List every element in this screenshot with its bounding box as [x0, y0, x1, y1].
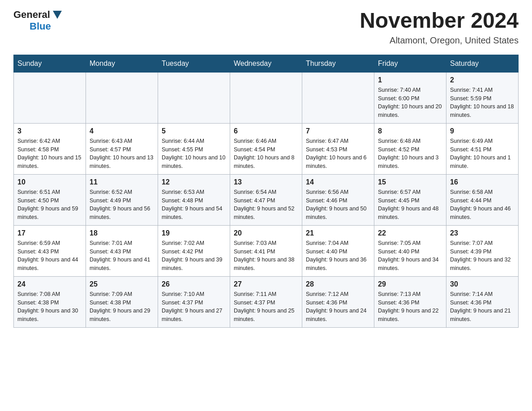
- calendar-cell: 4Sunrise: 6:43 AMSunset: 4:57 PMDaylight…: [86, 123, 158, 174]
- calendar-cell: 6Sunrise: 6:46 AMSunset: 4:54 PMDaylight…: [230, 123, 302, 174]
- logo: General Blue: [13, 9, 62, 32]
- calendar-cell: 18Sunrise: 7:01 AMSunset: 4:43 PMDayligh…: [86, 225, 158, 276]
- day-number: 30: [450, 280, 515, 288]
- calendar-cell: 15Sunrise: 6:57 AMSunset: 4:45 PMDayligh…: [374, 174, 446, 225]
- calendar-cell: [302, 72, 374, 123]
- day-number: 9: [450, 127, 515, 135]
- calendar-cell: 21Sunrise: 7:04 AMSunset: 4:40 PMDayligh…: [302, 225, 374, 276]
- day-number: 26: [162, 280, 226, 288]
- day-info: Sunrise: 6:58 AMSunset: 4:44 PMDaylight:…: [450, 188, 515, 222]
- calendar-cell: 26Sunrise: 7:10 AMSunset: 4:37 PMDayligh…: [158, 276, 230, 327]
- calendar-cell: 29Sunrise: 7:13 AMSunset: 4:36 PMDayligh…: [374, 276, 446, 327]
- calendar-cell: [86, 72, 158, 123]
- day-info: Sunrise: 6:52 AMSunset: 4:49 PMDaylight:…: [90, 188, 154, 222]
- calendar-table: SundayMondayTuesdayWednesdayThursdayFrid…: [13, 55, 519, 328]
- weekday-header: Monday: [86, 55, 158, 72]
- calendar-cell: [14, 72, 86, 123]
- day-info: Sunrise: 7:41 AMSunset: 5:59 PMDaylight:…: [450, 86, 515, 120]
- day-info: Sunrise: 6:48 AMSunset: 4:52 PMDaylight:…: [378, 137, 442, 171]
- calendar-cell: 13Sunrise: 6:54 AMSunset: 4:47 PMDayligh…: [230, 174, 302, 225]
- day-number: 21: [306, 229, 370, 237]
- calendar-cell: 3Sunrise: 6:42 AMSunset: 4:58 PMDaylight…: [14, 123, 86, 174]
- day-number: 20: [234, 229, 298, 237]
- day-number: 12: [162, 178, 226, 186]
- calendar-header-row: SundayMondayTuesdayWednesdayThursdayFrid…: [14, 55, 519, 72]
- calendar-cell: 2Sunrise: 7:41 AMSunset: 5:59 PMDaylight…: [446, 72, 519, 123]
- calendar-cell: 27Sunrise: 7:11 AMSunset: 4:37 PMDayligh…: [230, 276, 302, 327]
- day-number: 8: [378, 127, 442, 135]
- calendar-cell: 30Sunrise: 7:14 AMSunset: 4:36 PMDayligh…: [446, 276, 519, 327]
- calendar-week-row: 3Sunrise: 6:42 AMSunset: 4:58 PMDaylight…: [14, 123, 519, 174]
- day-info: Sunrise: 6:43 AMSunset: 4:57 PMDaylight:…: [90, 137, 154, 171]
- calendar-week-row: 10Sunrise: 6:51 AMSunset: 4:50 PMDayligh…: [14, 174, 519, 225]
- calendar-week-row: 24Sunrise: 7:08 AMSunset: 4:38 PMDayligh…: [14, 276, 519, 327]
- logo-general-text: General: [13, 9, 50, 21]
- day-number: 18: [90, 229, 154, 237]
- calendar-cell: 24Sunrise: 7:08 AMSunset: 4:38 PMDayligh…: [14, 276, 86, 327]
- day-info: Sunrise: 7:01 AMSunset: 4:43 PMDaylight:…: [90, 239, 154, 273]
- day-number: 6: [234, 127, 298, 135]
- logo-arrow-icon: [53, 11, 62, 19]
- day-info: Sunrise: 6:49 AMSunset: 4:51 PMDaylight:…: [450, 137, 515, 171]
- day-info: Sunrise: 7:12 AMSunset: 4:36 PMDaylight:…: [306, 290, 370, 324]
- weekday-header: Tuesday: [158, 55, 230, 72]
- day-info: Sunrise: 7:09 AMSunset: 4:38 PMDaylight:…: [90, 290, 154, 324]
- day-number: 1: [378, 76, 442, 84]
- calendar-cell: 14Sunrise: 6:56 AMSunset: 4:46 PMDayligh…: [302, 174, 374, 225]
- day-info: Sunrise: 7:04 AMSunset: 4:40 PMDaylight:…: [306, 239, 370, 273]
- day-info: Sunrise: 6:51 AMSunset: 4:50 PMDaylight:…: [17, 188, 82, 222]
- weekday-header: Friday: [374, 55, 446, 72]
- day-info: Sunrise: 7:40 AMSunset: 6:00 PMDaylight:…: [378, 86, 442, 120]
- weekday-header: Wednesday: [230, 55, 302, 72]
- calendar-cell: 23Sunrise: 7:07 AMSunset: 4:39 PMDayligh…: [446, 225, 519, 276]
- day-number: 10: [17, 178, 82, 186]
- day-info: Sunrise: 7:02 AMSunset: 4:42 PMDaylight:…: [162, 239, 226, 273]
- calendar-cell: 11Sunrise: 6:52 AMSunset: 4:49 PMDayligh…: [86, 174, 158, 225]
- logo-blue-text: Blue: [30, 21, 51, 32]
- day-info: Sunrise: 6:59 AMSunset: 4:43 PMDaylight:…: [17, 239, 82, 273]
- day-info: Sunrise: 7:11 AMSunset: 4:37 PMDaylight:…: [234, 290, 298, 324]
- day-number: 17: [17, 229, 82, 237]
- day-info: Sunrise: 7:13 AMSunset: 4:36 PMDaylight:…: [378, 290, 442, 324]
- day-info: Sunrise: 6:57 AMSunset: 4:45 PMDaylight:…: [378, 188, 442, 222]
- day-info: Sunrise: 7:07 AMSunset: 4:39 PMDaylight:…: [450, 239, 515, 273]
- day-number: 7: [306, 127, 370, 135]
- page-header: General Blue November 2024 Altamont, Ore…: [13, 9, 519, 46]
- day-number: 19: [162, 229, 226, 237]
- day-number: 23: [450, 229, 515, 237]
- day-number: 5: [162, 127, 226, 135]
- calendar-cell: 28Sunrise: 7:12 AMSunset: 4:36 PMDayligh…: [302, 276, 374, 327]
- calendar-cell: [158, 72, 230, 123]
- day-info: Sunrise: 6:54 AMSunset: 4:47 PMDaylight:…: [234, 188, 298, 222]
- day-number: 14: [306, 178, 370, 186]
- day-number: 15: [378, 178, 442, 186]
- calendar-cell: 7Sunrise: 6:47 AMSunset: 4:53 PMDaylight…: [302, 123, 374, 174]
- day-info: Sunrise: 6:46 AMSunset: 4:54 PMDaylight:…: [234, 137, 298, 171]
- calendar-cell: 16Sunrise: 6:58 AMSunset: 4:44 PMDayligh…: [446, 174, 519, 225]
- day-number: 29: [378, 280, 442, 288]
- calendar-cell: 1Sunrise: 7:40 AMSunset: 6:00 PMDaylight…: [374, 72, 446, 123]
- calendar-cell: [230, 72, 302, 123]
- day-number: 16: [450, 178, 515, 186]
- day-number: 2: [450, 76, 515, 84]
- calendar-cell: 12Sunrise: 6:53 AMSunset: 4:48 PMDayligh…: [158, 174, 230, 225]
- day-number: 3: [17, 127, 82, 135]
- calendar-cell: 10Sunrise: 6:51 AMSunset: 4:50 PMDayligh…: [14, 174, 86, 225]
- weekday-header: Sunday: [14, 55, 86, 72]
- day-info: Sunrise: 7:10 AMSunset: 4:37 PMDaylight:…: [162, 290, 226, 324]
- day-info: Sunrise: 7:03 AMSunset: 4:41 PMDaylight:…: [234, 239, 298, 273]
- day-info: Sunrise: 7:05 AMSunset: 4:40 PMDaylight:…: [378, 239, 442, 273]
- day-number: 22: [378, 229, 442, 237]
- day-info: Sunrise: 7:08 AMSunset: 4:38 PMDaylight:…: [17, 290, 82, 324]
- weekday-header: Saturday: [446, 55, 519, 72]
- calendar-cell: 8Sunrise: 6:48 AMSunset: 4:52 PMDaylight…: [374, 123, 446, 174]
- day-info: Sunrise: 6:42 AMSunset: 4:58 PMDaylight:…: [17, 137, 82, 171]
- day-info: Sunrise: 6:47 AMSunset: 4:53 PMDaylight:…: [306, 137, 370, 171]
- day-number: 27: [234, 280, 298, 288]
- calendar-cell: 5Sunrise: 6:44 AMSunset: 4:55 PMDaylight…: [158, 123, 230, 174]
- day-number: 28: [306, 280, 370, 288]
- day-number: 11: [90, 178, 154, 186]
- calendar-cell: 19Sunrise: 7:02 AMSunset: 4:42 PMDayligh…: [158, 225, 230, 276]
- day-info: Sunrise: 6:56 AMSunset: 4:46 PMDaylight:…: [306, 188, 370, 222]
- day-number: 24: [17, 280, 82, 288]
